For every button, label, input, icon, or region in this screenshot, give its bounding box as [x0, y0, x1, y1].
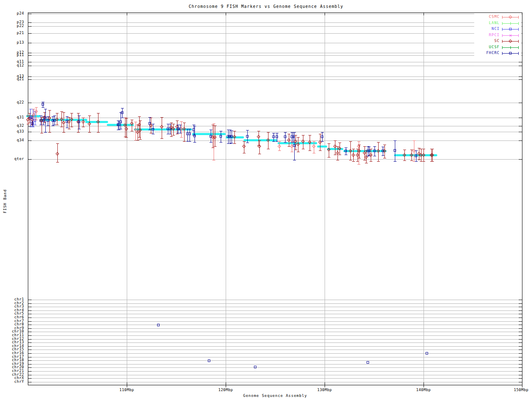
- band-tick-label: q12: [0, 63, 24, 68]
- band-tick-label: q21: [0, 77, 24, 81]
- axis-tick-right: [519, 118, 522, 118]
- axis-tick-left: [28, 300, 32, 300]
- error-bar-cap: [138, 116, 141, 117]
- error-bar-cap: [180, 121, 183, 122]
- axis-tick-right: [519, 350, 522, 350]
- error-bar-cap: [272, 133, 275, 133]
- grid-line-horizontal: [28, 314, 522, 314]
- error-bar-cap: [209, 130, 212, 130]
- band-tick-label: q32: [0, 123, 24, 128]
- error-bar-cap: [32, 109, 35, 109]
- grid-line-horizontal: [28, 307, 522, 307]
- grid-line-horizontal: [28, 43, 522, 43]
- grid-line-horizontal: [28, 360, 522, 361]
- axis-tick-right: [519, 66, 522, 66]
- legend-sample-cap: [518, 16, 519, 19]
- legend-marker-nci: [509, 28, 512, 30]
- error-bar-cap: [192, 125, 195, 125]
- legend-sample-cap: [502, 52, 502, 55]
- error-bar-cap: [53, 116, 56, 116]
- error-bar-cap: [291, 152, 293, 152]
- axis-tick-left: [28, 325, 32, 325]
- grid-line-horizontal: [28, 367, 522, 368]
- error-bar-cap: [42, 102, 44, 102]
- error-bar-cap: [415, 161, 418, 162]
- grid-line-horizontal: [28, 353, 522, 354]
- axis-tick-left: [28, 378, 32, 379]
- grid-line-horizontal: [28, 66, 522, 66]
- data-point-marker-fhcrc: [276, 135, 278, 138]
- grid-line-horizontal: [28, 132, 522, 132]
- error-bar-cap: [369, 161, 372, 162]
- error-bar-cap: [272, 141, 275, 142]
- error-bar-cap: [183, 123, 186, 123]
- error-bar-cap: [42, 107, 44, 108]
- axis-tick-bottom-stub: [522, 385, 522, 387]
- error-bar-line: [45, 109, 46, 132]
- axis-tick-right: [519, 332, 522, 332]
- error-bar-cap: [42, 125, 45, 125]
- error-bar-cap: [88, 116, 91, 116]
- band-tick-label: p24: [0, 11, 24, 16]
- error-bar-cap: [125, 137, 128, 138]
- error-bar-cap: [403, 150, 406, 150]
- error-bar-cap: [321, 141, 324, 142]
- error-bar-cap: [180, 137, 183, 138]
- axis-tick-bottom: [325, 382, 325, 385]
- error-bar-cap: [422, 149, 425, 149]
- axis-tick-right: [519, 140, 522, 141]
- error-bar-cap: [383, 158, 386, 158]
- assembly-path-segment: [317, 145, 327, 148]
- grid-line-horizontal: [28, 159, 522, 160]
- error-bar-cap: [150, 118, 153, 118]
- grid-line-horizontal: [28, 321, 522, 322]
- legend-label: RPCI: [466, 33, 500, 37]
- grid-line-horizontal: [28, 55, 522, 56]
- grid-line-vertical: [226, 13, 226, 385]
- x-axis-title: Genome Sequence Assembly: [0, 394, 532, 398]
- axis-tick-left: [28, 367, 32, 368]
- error-bar-cap: [321, 132, 324, 133]
- legend-label: LANL: [466, 21, 500, 25]
- legend-marker-lanl: [510, 22, 511, 25]
- band-tick-label: q31: [0, 115, 24, 120]
- grid-line-horizontal: [28, 332, 522, 332]
- error-bar-cap: [243, 141, 246, 142]
- error-bar-cap: [229, 130, 232, 130]
- error-bar-cap: [302, 135, 305, 135]
- error-bar-cap: [284, 132, 287, 133]
- grid-line-horizontal: [28, 371, 522, 372]
- error-bar-cap: [139, 121, 142, 121]
- legend-marker-ucsf: [510, 46, 511, 49]
- axis-tick-left: [28, 332, 32, 332]
- data-point-marker-fhcrc: [118, 123, 120, 126]
- error-bar-cap: [56, 125, 59, 125]
- data-point-marker-fhcrc: [47, 119, 49, 122]
- error-bar-cap: [66, 128, 69, 128]
- axis-tick-left: [28, 382, 32, 382]
- error-bar-line: [49, 110, 50, 132]
- error-bar-cap: [121, 118, 124, 118]
- error-bar-cap: [77, 113, 80, 113]
- error-bar-cap: [139, 139, 142, 140]
- axis-tick-left: [28, 103, 32, 103]
- error-bar-cap: [97, 113, 100, 113]
- error-bar-cap: [56, 143, 59, 144]
- axis-tick-right: [519, 346, 522, 347]
- error-bar-cap: [62, 112, 65, 113]
- error-bar-cap: [34, 125, 37, 125]
- error-bar-cap: [97, 132, 100, 133]
- error-bar-cap: [60, 111, 63, 112]
- axis-tick-left: [28, 33, 32, 34]
- axis-tick-left: [28, 364, 32, 365]
- axis-tick-right: [519, 318, 522, 318]
- error-bar-cap: [293, 160, 296, 160]
- error-bar-cap: [131, 120, 133, 120]
- error-bar-cap: [257, 131, 260, 131]
- error-bar-cap: [219, 131, 222, 131]
- error-bar-cap: [246, 130, 249, 131]
- data-point-marker-fhcrc: [157, 324, 160, 326]
- axis-tick-bottom: [127, 382, 127, 385]
- axis-tick-left: [28, 132, 32, 132]
- axis-tick-bottom-stub: [424, 385, 424, 387]
